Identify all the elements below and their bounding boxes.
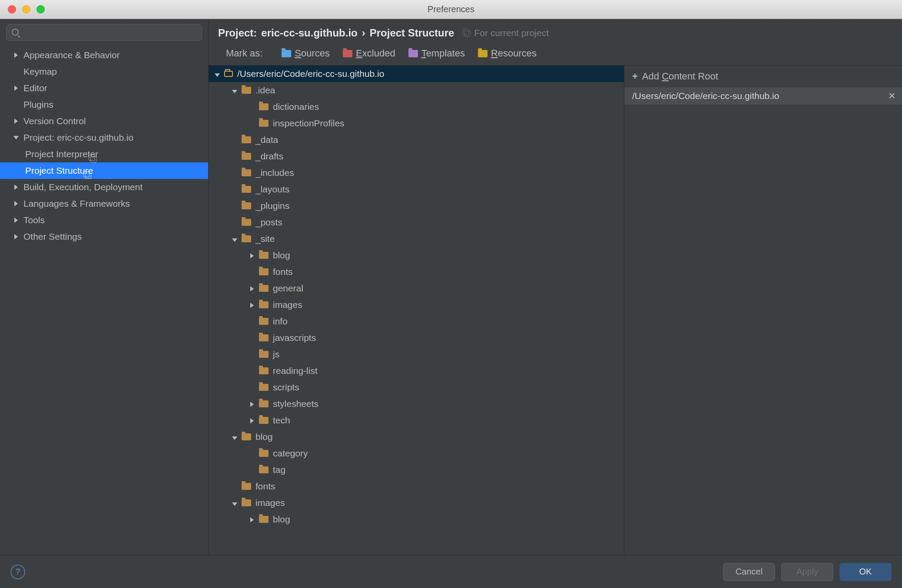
nav-item-other-settings[interactable]: Other Settings	[0, 228, 208, 245]
tree-row[interactable]: dictionaries	[209, 99, 624, 115]
search-input-wrapper[interactable]	[6, 24, 202, 41]
tree-row[interactable]: category	[209, 445, 624, 462]
mark-as-sources[interactable]: Sources	[282, 48, 330, 59]
tree-row-label: blog	[273, 250, 290, 261]
nav-item-plugins[interactable]: Plugins	[0, 96, 208, 113]
nav-item-label: Build, Execution, Deployment	[23, 182, 143, 192]
folder-icon	[259, 120, 269, 127]
tree-row-label: category	[273, 448, 308, 459]
nav-item-project-interpreter[interactable]: Project Interpreter	[0, 146, 208, 162]
remove-content-root-icon[interactable]: ✕	[888, 91, 896, 101]
folder-icon	[259, 318, 269, 325]
tree-row-label: _drafts	[255, 151, 283, 162]
ok-button[interactable]: OK	[839, 563, 892, 581]
copy-settings-icon	[89, 155, 96, 162]
breadcrumb-separator: ›	[362, 27, 365, 39]
help-button[interactable]: ?	[10, 565, 25, 579]
mark-as-templates[interactable]: Templates	[408, 48, 465, 59]
excluded-folder-icon	[343, 50, 352, 57]
tree-row-label: blog	[255, 432, 273, 442]
tree-row[interactable]: images	[209, 495, 624, 511]
plus-icon: +	[632, 71, 638, 82]
footer: ? Cancel Apply OK	[0, 555, 902, 588]
chevron-right-icon	[248, 399, 256, 409]
folder-icon	[242, 483, 251, 490]
folder-icon	[242, 235, 251, 242]
content-root-row[interactable]: /Users/eric/Code/eric-cc-su.github.io✕	[624, 87, 902, 105]
breadcrumb-project-prefix: Project:	[218, 27, 257, 39]
folder-icon	[242, 499, 251, 506]
cancel-button[interactable]: Cancel	[723, 563, 775, 581]
tree-row[interactable]: images	[209, 297, 624, 313]
chevron-right-icon	[12, 234, 20, 239]
tree-row[interactable]: _layouts	[209, 181, 624, 198]
add-content-root-button[interactable]: + Add Content Root	[624, 66, 902, 87]
tree-row[interactable]: _site	[209, 231, 624, 247]
sources-folder-icon	[282, 50, 291, 57]
tree-row-label: fonts	[273, 267, 293, 277]
templates-folder-icon	[408, 50, 418, 57]
tree-row[interactable]: blog	[209, 429, 624, 445]
tree-row[interactable]: general	[209, 280, 624, 297]
nav-item-build-execution-deployment[interactable]: Build, Execution, Deployment	[0, 179, 208, 195]
tree-row[interactable]: js	[209, 346, 624, 363]
tree-row[interactable]: info	[209, 313, 624, 330]
tree-row-label: stylesheets	[273, 399, 318, 409]
tree-row[interactable]: tech	[209, 412, 624, 429]
tree-row-label: _data	[255, 135, 279, 145]
tree-row[interactable]: blog	[209, 247, 624, 264]
nav-item-appearance-behavior[interactable]: Appearance & Behavior	[0, 47, 208, 63]
nav-item-label: Editor	[23, 83, 47, 93]
folder-icon	[242, 136, 251, 143]
tree-row[interactable]: inspectionProfiles	[209, 115, 624, 132]
nav-item-editor[interactable]: Editor	[0, 80, 208, 96]
folder-icon	[259, 384, 269, 391]
tree-row[interactable]: reading-list	[209, 363, 624, 379]
chevron-right-icon	[12, 218, 20, 223]
tree-row-label: inspectionProfiles	[273, 118, 345, 129]
nav-item-tools[interactable]: Tools	[0, 212, 208, 228]
tree-row[interactable]: _includes	[209, 165, 624, 181]
nav-item-version-control[interactable]: Version Control	[0, 113, 208, 129]
nav-item-project-structure[interactable]: Project Structure	[0, 162, 208, 179]
copy-settings-icon	[83, 171, 91, 179]
tree-row-label: dictionaries	[273, 102, 319, 112]
tree-row[interactable]: _drafts	[209, 148, 624, 165]
tree-row-label: tech	[273, 415, 290, 426]
directory-tree-panel[interactable]: /Users/eric/Code/eric-cc-su.github.io.id…	[209, 66, 624, 555]
nav-item-label: Project Structure	[25, 165, 93, 176]
mark-as-excluded-label: xcluded	[362, 48, 395, 59]
tree-row[interactable]: scripts	[209, 379, 624, 396]
nav-item-keymap[interactable]: Keymap	[0, 63, 208, 80]
tree-row[interactable]: tag	[209, 462, 624, 478]
tree-row[interactable]: _posts	[209, 214, 624, 231]
nav-item-languages-frameworks[interactable]: Languages & Frameworks	[0, 195, 208, 212]
folder-icon	[259, 367, 269, 374]
chevron-right-icon	[248, 250, 256, 261]
folder-icon	[259, 301, 269, 308]
tree-row[interactable]: _data	[209, 132, 624, 148]
tree-row[interactable]: fonts	[209, 478, 624, 495]
tree-row-label: info	[273, 316, 288, 327]
folder-icon	[259, 516, 269, 523]
mark-as-resources[interactable]: Resources	[478, 48, 537, 59]
tree-row[interactable]: stylesheets	[209, 396, 624, 412]
tree-row[interactable]: javascripts	[209, 330, 624, 346]
tree-row[interactable]: fonts	[209, 264, 624, 280]
nav-item-label: Version Control	[23, 116, 86, 126]
tree-row[interactable]: blog	[209, 511, 624, 528]
apply-button[interactable]: Apply	[781, 563, 833, 581]
mark-as-excluded[interactable]: Excluded	[343, 48, 395, 59]
tree-row[interactable]: /Users/eric/Code/eric-cc-su.github.io	[209, 66, 624, 82]
tree-row[interactable]: _plugins	[209, 198, 624, 214]
breadcrumb: Project: eric-cc-su.github.io › Project …	[209, 19, 902, 43]
folder-icon	[259, 268, 269, 275]
add-content-root-pre: Add	[642, 71, 662, 82]
tree-row[interactable]: .idea	[209, 82, 624, 99]
settings-nav: Appearance & BehaviorKeymapEditorPlugins…	[0, 45, 208, 555]
search-input[interactable]	[23, 27, 196, 38]
nav-item-label: Tools	[23, 215, 45, 225]
tree-row-label: _posts	[255, 217, 282, 228]
tree-row-label: javascripts	[273, 333, 316, 343]
nav-item-project-eric-cc-su-github-io[interactable]: Project: eric-cc-su.github.io	[0, 129, 208, 146]
